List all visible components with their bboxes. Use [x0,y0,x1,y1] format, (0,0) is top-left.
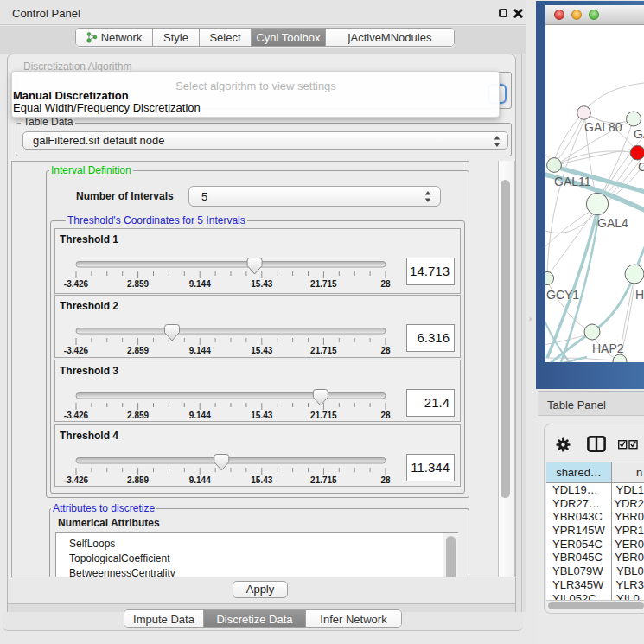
svg-text:15.43: 15.43 [251,346,272,355]
svg-text:GAL4: GAL4 [597,216,628,230]
svg-text:9.144: 9.144 [189,346,211,355]
svg-text:21.715: 21.715 [310,279,337,289]
svg-text:28: 28 [380,279,391,289]
svg-text:9.144: 9.144 [189,279,211,289]
svg-text:-3.426: -3.426 [64,475,89,485]
svg-text:GAL11: GAL11 [554,175,591,188]
svg-text:21.715: 21.715 [310,475,337,485]
svg-text:15.43: 15.43 [251,411,272,420]
svg-text:15.43: 15.43 [251,279,272,289]
svg-text:28: 28 [380,411,391,420]
svg-text:21.715: 21.715 [310,346,337,355]
svg-text:21.715: 21.715 [310,411,337,420]
svg-text:9.144: 9.144 [189,411,211,420]
svg-text:9.144: 9.144 [189,475,211,485]
svg-text:2.859: 2.859 [127,475,149,485]
svg-text:28: 28 [380,475,391,485]
svg-text:GA: GA [634,127,644,141]
svg-text:HAP2: HAP2 [592,341,624,355]
svg-text:-3.426: -3.426 [64,346,89,355]
svg-text:2.859: 2.859 [127,279,149,289]
svg-text:H: H [635,288,644,302]
svg-text:-3.426: -3.426 [64,411,89,420]
svg-text:C: C [638,160,644,174]
svg-text:GAL80: GAL80 [584,120,622,134]
svg-text:-3.426: -3.426 [64,279,89,289]
svg-text:15.43: 15.43 [251,475,272,485]
svg-text:GCY1: GCY1 [546,288,579,302]
svg-text:28: 28 [380,346,391,355]
svg-text:2.859: 2.859 [127,411,149,420]
svg-text:2.859: 2.859 [127,346,149,355]
